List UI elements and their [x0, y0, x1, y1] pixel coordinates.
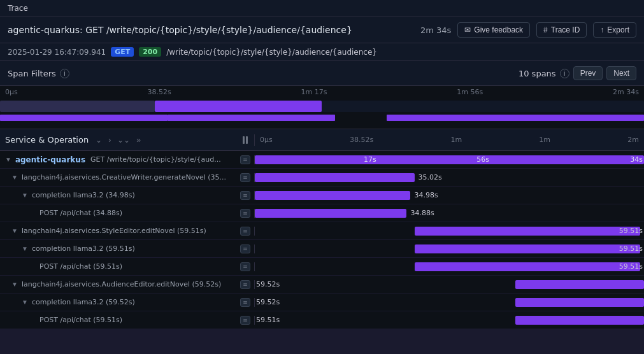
timestamp: 2025-01-29 16:47:09.941: [8, 48, 106, 57]
span-timeline: 34.98s: [255, 187, 644, 204]
expand-row-btn[interactable]: ▼: [4, 156, 13, 163]
top-bar-title: Trace: [8, 4, 28, 13]
header: agentic-quarkus: GET /write/topic/{topic…: [0, 17, 644, 43]
span-label: POST /api/chat (59.51s) ≡: [0, 262, 255, 271]
span-timeline: 59.52s: [255, 294, 644, 311]
trace-main: Service & Operation ⌄ › ⌄⌄ » 0μs 38.52s …: [0, 129, 644, 329]
log-icon[interactable]: ≡: [240, 155, 250, 164]
span-label: ▼ completion llama3.2 (34.98s) ≡: [0, 191, 255, 200]
expand-row-btn[interactable]: ▼: [20, 299, 29, 306]
span-row: ▼ langchain4j.aiservices.StyleEditor.edi…: [0, 222, 644, 240]
spans-info-icon[interactable]: i: [560, 69, 569, 78]
spans-count: 10 spans: [519, 69, 556, 78]
span-timeline: 59.51s: [255, 258, 644, 276]
span-label: POST /api/chat (59.51s) ≡: [0, 316, 255, 325]
span-label: ▼ agentic-quarkus GET /write/topic/{topi…: [0, 155, 255, 164]
log-icon[interactable]: ≡: [240, 173, 250, 182]
expand-row-btn[interactable]: ▼: [10, 281, 19, 288]
trace-id-icon: #: [543, 25, 548, 34]
trace-id-button[interactable]: # Trace ID: [536, 22, 587, 38]
col-timeline-header: 0μs 38.52s 1m 1m 2m: [255, 136, 644, 144]
log-icon[interactable]: ≡: [240, 191, 250, 200]
log-icon[interactable]: ≡: [240, 316, 250, 325]
feedback-icon: ✉: [464, 25, 471, 34]
timeline-overview: 0μs 38.52s 1m 17s 1m 56s 2m 34s: [0, 86, 644, 129]
expand-row-btn[interactable]: ▼: [20, 192, 29, 199]
span-row: ▼ completion llama3.2 (34.98s) ≡ 34.98s: [0, 187, 644, 204]
expand-all-btn[interactable]: ⌄⌄: [115, 134, 132, 146]
span-label: ▼ langchain4j.aiservices.CreativeWriter.…: [0, 173, 255, 182]
span-row: ▼ langchain4j.aiservices.AudienceEditor.…: [0, 276, 644, 294]
span-timeline: 59.51s: [255, 222, 644, 240]
span-row: ▼ completion llama3.2 (59.51s) ≡ 59.51s: [0, 240, 644, 258]
timeline-labels: 0μs 38.52s 1m 17s 1m 56s 2m 34s: [0, 86, 644, 98]
span-row: POST /api/chat (59.51s) ≡ 59.51s: [0, 258, 644, 276]
span-label: POST /api/chat (34.88s) ≡: [0, 209, 255, 218]
expand-row-btn[interactable]: ▼: [10, 174, 19, 181]
span-timeline: 35.02s: [255, 169, 644, 187]
collapse-all-btn[interactable]: ⌄: [94, 134, 104, 146]
col-icons: ⌄ › ⌄⌄ »: [94, 134, 143, 146]
span-row: POST /api/chat (59.51s) ≡ 59.51s: [0, 311, 644, 329]
span-row: ▼ completion llama3.2 (59.52s) ≡ 59.52s: [0, 294, 644, 311]
expand-row-btn[interactable]: ▼: [20, 245, 29, 252]
col-header: Service & Operation ⌄ › ⌄⌄ » 0μs 38.52s …: [0, 129, 644, 151]
log-icon[interactable]: ≡: [240, 209, 250, 218]
span-timeline: 17s 56s 34s: [255, 151, 644, 169]
span-row: ▼ agentic-quarkus GET /write/topic/{topi…: [0, 151, 644, 169]
expand-btn[interactable]: ›: [106, 134, 113, 146]
span-label: ▼ langchain4j.aiservices.AudienceEditor.…: [0, 280, 255, 289]
next-button[interactable]: Next: [606, 66, 636, 80]
span-timeline: 59.51s: [255, 311, 644, 329]
prev-button[interactable]: Prev: [573, 66, 603, 80]
give-feedback-button[interactable]: ✉ Give feedback: [457, 22, 530, 38]
header-duration: 2m 34s: [420, 25, 451, 35]
method-badge: GET: [111, 47, 134, 57]
span-row: POST /api/chat (34.88s) ≡ 34.88s: [0, 204, 644, 222]
filter-bar: Span Filters i 10 spans i Prev Next: [0, 61, 644, 86]
export-icon: ↑: [600, 25, 604, 34]
span-label: ▼ langchain4j.aiservices.StyleEditor.edi…: [0, 227, 255, 236]
log-icon[interactable]: ≡: [240, 227, 250, 236]
header-route: agentic-quarkus: GET /write/topic/{topic…: [8, 25, 414, 35]
status-badge: 200: [139, 47, 161, 57]
span-filters-info-icon[interactable]: i: [60, 69, 69, 78]
span-label: ▼ completion llama3.2 (59.51s) ≡: [0, 244, 255, 253]
span-label: ▼ completion llama3.2 (59.52s) ≡: [0, 298, 255, 307]
log-icon[interactable]: ≡: [240, 244, 250, 253]
expand-row-btn[interactable]: ▼: [10, 227, 19, 234]
col-service-header: Service & Operation ⌄ › ⌄⌄ »: [0, 134, 255, 146]
subheader: 2025-01-29 16:47:09.941 GET 200 /write/t…: [0, 43, 644, 61]
span-timeline: 59.52s: [255, 276, 644, 294]
log-icon[interactable]: ≡: [240, 262, 250, 271]
request-path: /write/topic/{topic}/style/{style}/audie…: [166, 48, 377, 57]
export-button[interactable]: ↑ Export: [593, 22, 636, 38]
span-row: ▼ langchain4j.aiservices.CreativeWriter.…: [0, 169, 644, 187]
timeline-bars: [0, 98, 644, 127]
span-filters-label: Span Filters: [8, 69, 56, 78]
span-timeline: 34.88s: [255, 204, 644, 222]
top-bar: Trace: [0, 0, 644, 17]
log-icon[interactable]: ≡: [240, 298, 250, 307]
pause-icon[interactable]: [243, 136, 249, 144]
more-btn[interactable]: »: [134, 134, 143, 146]
span-timeline: 59.51s: [255, 240, 644, 258]
log-icon[interactable]: ≡: [240, 280, 250, 289]
